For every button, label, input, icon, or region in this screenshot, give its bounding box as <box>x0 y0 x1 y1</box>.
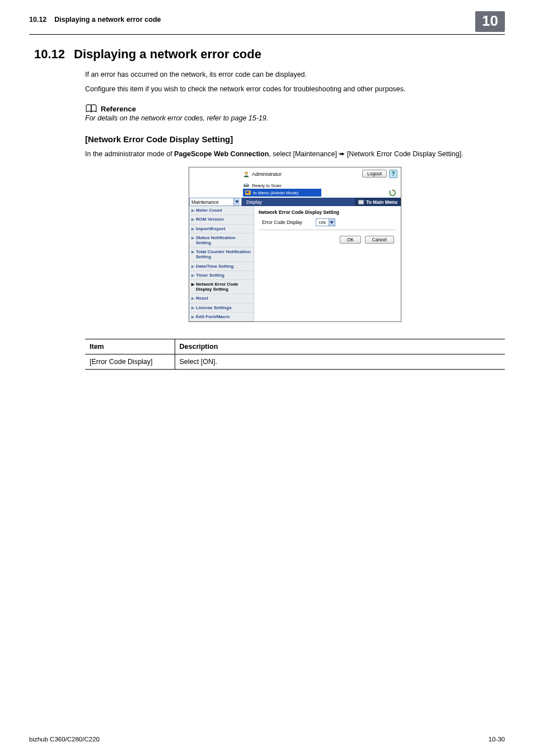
sidebar-item[interactable]: ▶Network Error Code Display Setting <box>189 280 254 294</box>
ok-button[interactable]: OK <box>340 236 361 244</box>
paragraph-2: Configure this item if you wish to check… <box>85 84 505 94</box>
col-item-header: Item <box>85 339 175 354</box>
svg-rect-4 <box>246 192 249 194</box>
sidebar-item-label: Total Counter Notification Setting <box>196 249 251 259</box>
triangle-icon: ▶ <box>191 315 194 319</box>
description-table: Item Description [Error Code Display]Sel… <box>85 339 505 370</box>
footer-right: 10-30 <box>489 736 505 743</box>
triangle-icon: ▶ <box>191 282 194 292</box>
sidebar-item-label: Date/Time Setting <box>196 264 233 269</box>
reference-heading: Reference <box>85 104 505 113</box>
triangle-icon: ▶ <box>191 250 194 259</box>
triangle-icon: ▶ <box>191 273 194 278</box>
admin-indicator: Administrator <box>243 170 282 178</box>
triangle-icon: ▶ <box>191 227 194 231</box>
col-desc-header: Description <box>175 339 505 354</box>
panel-title: Network Error Code Display Setting <box>259 209 396 215</box>
triangle-icon: ▶ <box>191 296 194 301</box>
select-value: ON <box>316 220 329 225</box>
section-title: Displaying a network error code <box>74 47 261 62</box>
main-menu-icon <box>358 200 364 204</box>
triangle-icon: ▶ <box>191 208 194 213</box>
sidebar-item[interactable]: ▶Total Counter Notification Setting <box>189 248 254 262</box>
screenshot-panel: Administrator Logout ? <box>189 167 401 322</box>
cell-desc: Select [ON]. <box>175 354 505 369</box>
instr-pre: In the administrator mode of <box>85 150 174 158</box>
triangle-icon: ▶ <box>191 236 194 245</box>
sidebar-item[interactable]: ▶Import/Export <box>189 225 254 234</box>
sidebar: ▶Meter Count▶ROM Version▶Import/Export▶S… <box>189 206 254 321</box>
footer-left: bizhub C360/C280/C220 <box>29 736 100 743</box>
sidebar-item-label: Reset <box>196 296 208 301</box>
sidebar-item-label: ROM Version <box>196 217 224 222</box>
help-button[interactable]: ? <box>389 170 397 178</box>
sidebar-item[interactable]: ▶Timer Setting <box>189 271 254 280</box>
sidebar-item-label: Timer Setting <box>196 273 224 278</box>
sidebar-item[interactable]: ▶License Settings <box>189 304 254 312</box>
chevron-down-icon <box>329 219 335 226</box>
sidebar-item-label: Edit Font/Macro <box>196 314 229 319</box>
panel-icon <box>245 190 251 195</box>
status-inmenu-text: In Menu (Admin Mode) <box>253 190 298 195</box>
sidebar-item-label: Import/Export <box>196 226 225 231</box>
sidebar-item[interactable]: ▶Meter Count <box>189 206 254 215</box>
triangle-icon: ▶ <box>191 217 194 222</box>
triangle-icon: ▶ <box>191 264 194 269</box>
chevron-down-icon <box>233 198 240 206</box>
cancel-button[interactable]: Cancel <box>365 236 394 244</box>
runhead-sectitle: Displaying a network error code <box>54 16 161 24</box>
section-number: 10.12 <box>29 47 65 62</box>
instr-bold: PageScope Web Connection <box>174 150 269 158</box>
status-inmenu: In Menu (Admin Mode) <box>243 189 321 197</box>
error-code-display-select[interactable]: ON <box>316 218 335 226</box>
to-main-menu-button[interactable]: To Main Menu <box>355 198 401 206</box>
reference-label: Reference <box>101 105 136 113</box>
sidebar-item-label: Network Error Code Display Setting <box>196 282 251 292</box>
status-ready: Ready to Scan <box>243 182 321 189</box>
running-header: 10.12 Displaying a network error code 10 <box>29 16 505 35</box>
sidebar-item[interactable]: ▶Date/Time Setting <box>189 262 254 271</box>
sidebar-item[interactable]: ▶ROM Version <box>189 215 254 224</box>
table-row: [Error Code Display]Select [ON]. <box>85 354 505 369</box>
display-button[interactable]: Display <box>242 198 266 206</box>
sidebar-item[interactable]: ▶Status Notification Setting <box>189 234 254 248</box>
page-footer: bizhub C360/C280/C220 10-30 <box>29 736 505 743</box>
status-ready-text: Ready to Scan <box>252 183 281 188</box>
to-main-menu-label: To Main Menu <box>366 199 397 205</box>
instr-post: , select [Maintenance] ➠ [Network Error … <box>269 150 463 158</box>
user-icon <box>243 171 250 178</box>
sidebar-item-label: Status Notification Setting <box>196 235 251 245</box>
admin-label: Administrator <box>252 171 282 177</box>
triangle-icon: ▶ <box>191 306 194 310</box>
category-select[interactable]: Maintenance <box>189 198 242 206</box>
svg-point-0 <box>245 171 248 174</box>
runhead-left: 10.12 Displaying a network error code <box>29 16 161 24</box>
logout-button[interactable]: Logout <box>362 170 387 178</box>
sidebar-item-label: Meter Count <box>196 208 222 213</box>
field-label: Error Code Display <box>262 220 302 225</box>
svg-rect-2 <box>245 183 248 185</box>
printer-icon <box>243 183 250 188</box>
subsection-title: [Network Error Code Display Setting] <box>85 134 505 144</box>
sidebar-item[interactable]: ▶Reset <box>189 294 254 303</box>
chapter-badge: 10 <box>475 11 505 32</box>
runhead-secnum: 10.12 <box>29 16 46 24</box>
category-select-value: Maintenance <box>191 199 219 205</box>
reference-icon <box>85 104 97 113</box>
refresh-icon[interactable] <box>389 189 396 197</box>
sidebar-item-label: License Settings <box>196 305 232 310</box>
section-heading: 10.12 Displaying a network error code <box>29 47 505 62</box>
paragraph-1: If an error has occurred on the network,… <box>85 69 505 80</box>
reference-text: For details on the network error codes, … <box>85 114 505 122</box>
sidebar-item[interactable]: ▶Edit Font/Macro <box>189 312 254 321</box>
cell-item: [Error Code Display] <box>85 354 175 369</box>
subsection-instruction: In the administrator mode of PageScope W… <box>85 150 505 158</box>
